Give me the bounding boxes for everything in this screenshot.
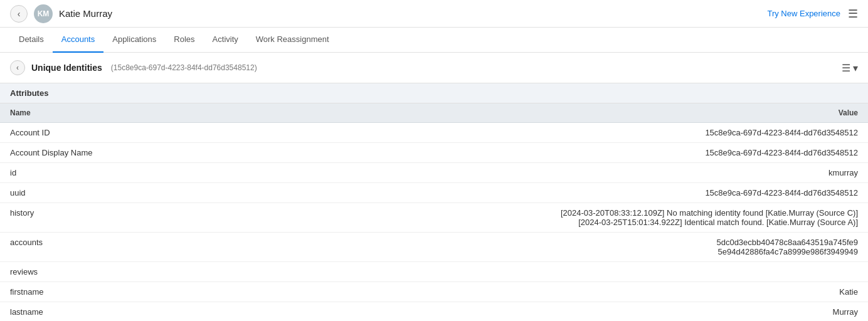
tab-applications[interactable]: Applications	[103, 28, 165, 53]
table-row: firstnameKatie	[0, 282, 868, 302]
attribute-value: Murray	[212, 302, 868, 322]
section-subtitle: (15c8e9ca-697d-4223-84f4-dd76d3548512)	[111, 63, 257, 72]
attribute-name: history	[0, 203, 212, 233]
table-row: reviews	[0, 262, 868, 282]
attribute-value: kmurray	[212, 163, 868, 183]
attribute-name: Account Display Name	[0, 143, 212, 163]
top-bar-right: Try New Experience ☰	[767, 7, 858, 21]
section-title: Unique Identities	[31, 63, 102, 73]
attributes-header: Attributes	[0, 83, 868, 103]
hamburger-menu-icon[interactable]: ☰	[848, 7, 858, 21]
section-header: ‹ Unique Identities (15c8e9ca-697d-4223-…	[0, 53, 868, 83]
column-header-name: Name	[0, 103, 212, 123]
section-header-left: ‹ Unique Identities (15c8e9ca-697d-4223-…	[10, 60, 257, 75]
section-back-button[interactable]: ‹	[10, 60, 25, 75]
table-row: lastnameMurray	[0, 302, 868, 322]
user-name: Katie Murray	[59, 8, 112, 19]
column-header-value: Value	[212, 103, 868, 123]
table-row: accounts5dc0d3ecbb40478c8aa643519a745fe9…	[0, 233, 868, 262]
attribute-value: 5dc0d3ecbb40478c8aa643519a745fe95e94d428…	[212, 233, 868, 262]
tab-details[interactable]: Details	[10, 28, 53, 53]
tab-accounts[interactable]: Accounts	[53, 28, 103, 53]
try-new-experience-link[interactable]: Try New Experience	[767, 9, 840, 18]
attribute-name: lastname	[0, 302, 212, 322]
table-row: Account Display Name15c8e9ca-697d-4223-8…	[0, 143, 868, 163]
table-row: Account ID15c8e9ca-697d-4223-84f4-dd76d3…	[0, 123, 868, 143]
tab-roles[interactable]: Roles	[165, 28, 203, 53]
table-row: idkmurray	[0, 163, 868, 183]
attribute-value: 15c8e9ca-697d-4223-84f4-dd76d3548512	[212, 143, 868, 163]
attributes-table: Name Value Account ID15c8e9ca-697d-4223-…	[0, 103, 868, 321]
table-row: history[2024-03-20T08:33:12.109Z] No mat…	[0, 203, 868, 233]
back-button[interactable]: ‹	[10, 5, 28, 23]
attribute-name: reviews	[0, 262, 212, 282]
table-row: uuid15c8e9ca-697d-4223-84f4-dd76d3548512	[0, 183, 868, 203]
attribute-value: 15c8e9ca-697d-4223-84f4-dd76d3548512	[212, 123, 868, 143]
attribute-name: id	[0, 163, 212, 183]
attribute-value: Katie	[212, 282, 868, 302]
tab-activity[interactable]: Activity	[204, 28, 247, 53]
attribute-name: uuid	[0, 183, 212, 203]
tab-bar: Details Accounts Applications Roles Acti…	[0, 28, 868, 53]
top-bar-left: ‹ KM Katie Murray	[10, 4, 112, 23]
top-bar: ‹ KM Katie Murray Try New Experience ☰	[0, 0, 868, 28]
section-menu-icon[interactable]: ☰ ▾	[842, 62, 858, 74]
attribute-value	[212, 262, 868, 282]
attribute-name: firstname	[0, 282, 212, 302]
avatar: KM	[34, 4, 53, 23]
tab-work-reassignment[interactable]: Work Reassignment	[247, 28, 338, 53]
attribute-name: accounts	[0, 233, 212, 262]
attribute-name: Account ID	[0, 123, 212, 143]
attribute-value: 15c8e9ca-697d-4223-84f4-dd76d3548512	[212, 183, 868, 203]
attribute-value: [2024-03-20T08:33:12.109Z] No matching i…	[212, 203, 868, 233]
